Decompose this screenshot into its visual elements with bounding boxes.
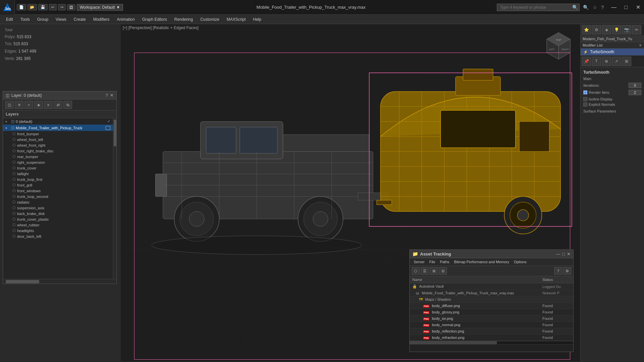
menu-modifiers[interactable]: Modifiers [90, 16, 113, 23]
table-row[interactable]: 🗂 Mobile_Food_Trailer_with_Pickup_Truck_… [410, 290, 573, 296]
menu-tools[interactable]: Tools [17, 16, 33, 23]
table-row[interactable]: PNG body_glossy.png Found [410, 309, 573, 315]
layer-tool-6[interactable]: ⇆ [63, 101, 72, 109]
rpanel-icon-4[interactable]: 💡 [612, 25, 621, 34]
list-item[interactable]: ⬡ front_right_brake_disc [3, 148, 113, 154]
search-icon-btn[interactable]: 🔍 [582, 4, 590, 11]
list-item[interactable]: ⬡ wheel_front_left [3, 137, 113, 142]
help-icon-btn[interactable]: ? [600, 4, 605, 11]
search-input[interactable] [497, 4, 571, 11]
rpanel-icon-3[interactable]: ◈ [602, 25, 611, 34]
list-item[interactable]: ⬡ back_brake_disk [3, 211, 113, 216]
asset-menu-paths[interactable]: Paths [438, 259, 451, 265]
menu-rendering[interactable]: Rendering [171, 16, 196, 23]
asset-tool-2[interactable]: ☰ [421, 267, 429, 275]
asset-menu-options[interactable]: Options [512, 259, 529, 265]
modifier-pin-icon[interactable]: 📌 [582, 57, 591, 66]
asset-settings-btn[interactable]: ⚙ [563, 267, 571, 275]
menu-customize[interactable]: Customize [197, 16, 223, 23]
menu-graph-editors[interactable]: Graph Editors [139, 16, 170, 23]
layer-tool-1[interactable]: ◫ [5, 101, 14, 109]
navigation-cube[interactable]: TOP RIGHT LEFT [543, 31, 574, 61]
list-item[interactable]: ⬡ trunk_cover [3, 165, 113, 171]
table-row[interactable]: 🗺 Maps / Shaders [410, 296, 573, 303]
layer-tool-4[interactable]: ≡ [44, 101, 53, 109]
asset-menu-file[interactable]: File [427, 259, 437, 265]
rpanel-icon-5[interactable]: 📷 [622, 25, 631, 34]
layer-tool-5[interactable]: ⇄ [54, 101, 62, 109]
rpanel-icon-1[interactable]: ⭐ [582, 25, 591, 34]
list-item[interactable]: ⬡ radiator [3, 199, 113, 205]
isoline-checkbox[interactable] [583, 97, 587, 101]
render-button[interactable]: 🖼 [67, 4, 75, 10]
list-item[interactable]: ⬡ suspension_axis [3, 205, 113, 211]
layer-tool-3[interactable]: ◈ [34, 101, 43, 109]
list-item[interactable]: ⬡ trunk_loop_first [3, 176, 113, 182]
modifier-export-icon[interactable]: ↗ [612, 57, 621, 66]
table-row[interactable]: PNG body_normal.png Found [410, 322, 573, 328]
list-item[interactable]: ⬡ taillight [3, 171, 113, 176]
render-iters-input[interactable] [629, 90, 641, 95]
maximize-button[interactable]: □ [620, 0, 632, 15]
redo-button[interactable]: ↪ [58, 4, 66, 10]
asset-tool-3[interactable]: ⊞ [430, 267, 438, 275]
rpanel-icon-6[interactable]: ✏ [632, 25, 641, 34]
asset-menu-server[interactable]: Server [412, 259, 426, 265]
layer-tool-add[interactable]: + [24, 101, 33, 109]
list-item[interactable]: ⬡ front_grill [3, 182, 113, 188]
list-item[interactable]: ⬡ wheel_front_right [3, 142, 113, 148]
menu-maxscript[interactable]: MAXScript [223, 16, 249, 23]
search-button[interactable]: 🔍 [571, 4, 579, 11]
modifier-pin2-icon[interactable]: ⊕ [602, 57, 611, 66]
list-item[interactable]: ⬡ rear_bumper [3, 154, 113, 159]
iterations-input[interactable] [629, 83, 641, 88]
layer-help-button[interactable]: ? [106, 93, 108, 98]
modifier-text-icon[interactable]: T [592, 57, 601, 66]
list-item[interactable]: ▸ ◫ 0 (default) ✓ [3, 118, 113, 125]
asset-close-button[interactable]: ✕ [567, 251, 571, 257]
table-row[interactable]: PNG body_refraction.png Found [410, 335, 573, 341]
menu-edit[interactable]: Edit [3, 16, 16, 23]
rpanel-icon-2[interactable]: ⚙ [592, 25, 601, 34]
list-item[interactable]: ⬡ front_windows [3, 188, 113, 194]
list-item[interactable]: ⬡ trunk_cover_plastic [3, 216, 113, 222]
modifier-turbosmooth-row[interactable]: ⚡ TurboSmooth [581, 49, 644, 56]
modifier-stack-icon[interactable]: ⊞ [622, 57, 631, 66]
table-row[interactable]: 🔒 Autodesk Vault Logged Ou [410, 283, 573, 290]
asset-tool-4[interactable]: ⊟ [439, 267, 447, 275]
layer-close-button[interactable]: ✕ [110, 93, 114, 98]
list-item[interactable]: ⬡ front_bumper [3, 131, 113, 137]
list-item[interactable]: ▸ ◫ Mobile_Food_Trailer_with_Pickup_Truc… [3, 125, 113, 131]
menu-create[interactable]: Create [70, 16, 89, 23]
list-item[interactable]: ⬡ right_suspension [3, 159, 113, 165]
open-button[interactable]: 📂 [27, 4, 37, 10]
layer-list[interactable]: ▸ ◫ 0 (default) ✓ ▸ ◫ Mobile_Food_Traile… [3, 118, 113, 279]
close-button[interactable]: ✕ [632, 0, 644, 15]
list-item[interactable]: ⬡ wheel_rubber [3, 222, 113, 228]
list-item[interactable]: ⬡ trunk_loop_second [3, 194, 113, 199]
menu-help[interactable]: Help [250, 16, 265, 23]
layer-horizontal-scrollbar[interactable] [3, 279, 116, 284]
save-button[interactable]: 💾 [38, 4, 48, 10]
workspace-selector[interactable]: Workspace: Default ▼ [77, 4, 123, 11]
asset-tool-1[interactable]: ⬡ [412, 267, 420, 275]
list-item[interactable]: ⬡ headlights [3, 228, 113, 233]
layer-tool-delete[interactable]: ✕ [15, 101, 23, 109]
asset-minimize-button[interactable]: — [556, 251, 560, 257]
menu-animation[interactable]: Animation [114, 16, 138, 23]
new-button[interactable]: 📄 [17, 4, 26, 10]
list-item[interactable]: ⬡ door_back_left [3, 233, 113, 239]
menu-views[interactable]: Views [52, 16, 70, 23]
asset-help-btn[interactable]: ? [554, 267, 562, 275]
table-row[interactable]: PNG body_reflection.png Found [410, 328, 573, 335]
layer-scrollbar[interactable] [113, 118, 116, 279]
asset-menu-bitmap[interactable]: Bitmap Performance and Memory [452, 259, 511, 265]
render-iters-checkbox[interactable]: ✓ [583, 90, 587, 94]
table-row[interactable]: PNG body_diffuse.png Found [410, 303, 573, 309]
menu-group[interactable]: Group [34, 16, 52, 23]
explicit-normals-checkbox[interactable] [583, 102, 587, 106]
undo-button[interactable]: ↩ [49, 4, 57, 10]
minimize-button[interactable]: — [608, 0, 620, 15]
bookmark-icon-btn[interactable]: ☆ [591, 4, 598, 11]
asset-maximize-button[interactable]: □ [562, 251, 565, 257]
